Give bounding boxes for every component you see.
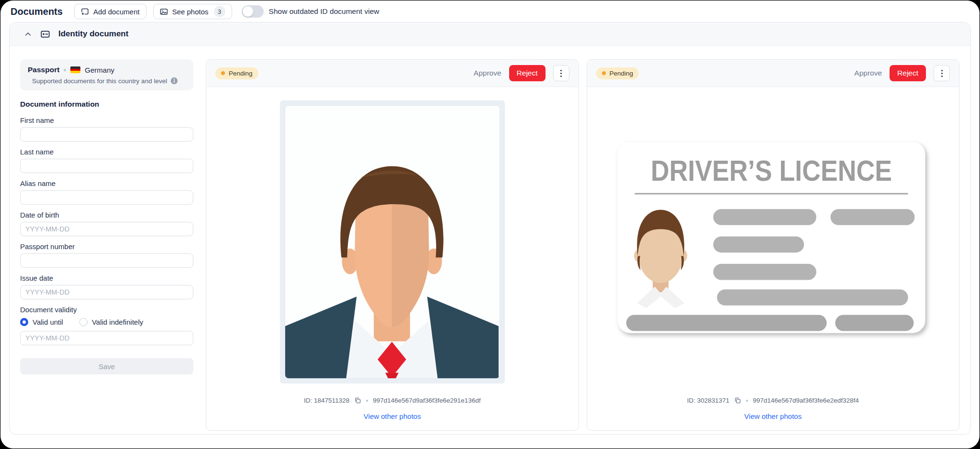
toggle-knob <box>243 6 253 17</box>
status-badge: Pending <box>596 67 639 79</box>
passport-document-card: Pending Approve Reject <box>206 59 579 431</box>
valid-until-label: Valid until <box>33 318 63 326</box>
page-title: Documents <box>11 6 63 17</box>
view-other-photos-link[interactable]: View other photos <box>744 412 802 420</box>
more-options-button[interactable] <box>553 65 569 81</box>
copy-icon <box>354 397 361 404</box>
topbar: Documents Add document See photos 3 <box>1 1 979 22</box>
alias-name-input[interactable] <box>20 190 193 205</box>
issue-date-field: Issue date <box>20 274 193 299</box>
document-hash: 997d146e567d9af36f3fe6e291e136df <box>373 397 480 404</box>
approve-button[interactable]: Approve <box>854 69 882 77</box>
valid-until-date-field <box>20 331 193 345</box>
copy-icon <box>734 397 741 404</box>
licence-illustration[interactable]: DRIVER’S LICENCE <box>612 138 934 346</box>
country-label: Germany <box>85 66 114 74</box>
add-document-label: Add document <box>93 8 140 16</box>
more-options-button[interactable] <box>934 65 950 81</box>
licence-card-header: Pending Approve Reject <box>587 60 959 87</box>
copy-id-button[interactable] <box>354 397 361 404</box>
hash-separator-dot <box>366 400 368 402</box>
info-icon[interactable] <box>170 77 178 85</box>
collapse-section-button[interactable] <box>24 30 32 38</box>
reject-button[interactable]: Reject <box>509 65 546 81</box>
identity-document-section: Identity document Passport Germany Suppo… <box>9 22 971 435</box>
radio-unselected-icon <box>79 318 88 326</box>
last-name-field: Last name <box>20 148 193 173</box>
valid-until-radio[interactable]: Valid until <box>20 318 63 326</box>
licence-photo-area: DRIVER’S LICENCE <box>587 87 959 397</box>
issue-date-input[interactable] <box>20 285 193 299</box>
validity-radio-group: Valid until Valid indefinitely <box>20 318 193 326</box>
doc-type-label: Passport <box>28 66 59 74</box>
valid-indefinitely-label: Valid indefinitely <box>92 318 143 326</box>
valid-until-date-input[interactable] <box>20 331 193 345</box>
licence-title-text: DRIVER’S LICENCE <box>651 154 892 187</box>
view-other-photos-link[interactable]: View other photos <box>364 412 421 420</box>
status-label: Pending <box>610 70 634 77</box>
document-id-text: ID: 1847511328 <box>304 397 349 404</box>
page: Documents Add document See photos 3 <box>0 0 980 449</box>
save-button[interactable]: Save <box>20 358 193 374</box>
photos-count-badge: 3 <box>214 6 225 17</box>
licence-document-card: Pending Approve Reject <box>587 59 960 431</box>
radio-selected-icon <box>20 318 28 326</box>
passport-number-field: Passport number <box>20 242 193 268</box>
see-photos-label: See photos <box>172 8 209 16</box>
doc-type-box: Passport Germany Supported documents for… <box>20 59 193 90</box>
passport-number-input[interactable] <box>20 253 193 268</box>
document-cards: Pending Approve Reject <box>206 59 959 431</box>
issue-date-label: Issue date <box>20 274 193 282</box>
reject-button[interactable]: Reject <box>890 65 926 81</box>
first-name-input[interactable] <box>20 127 193 142</box>
kebab-icon <box>560 70 562 71</box>
hash-separator-dot <box>746 400 748 402</box>
status-dot <box>602 71 606 75</box>
copy-id-button[interactable] <box>734 397 741 404</box>
valid-indefinitely-radio[interactable]: Valid indefinitely <box>79 318 143 326</box>
date-of-birth-label: Date of birth <box>20 211 193 219</box>
first-name-field: First name <box>20 116 193 142</box>
last-name-label: Last name <box>20 148 193 156</box>
kebab-icon <box>941 70 943 71</box>
identity-section-body: Passport Germany Supported documents for… <box>10 46 970 431</box>
passport-number-label: Passport number <box>20 242 193 251</box>
section-title: Identity document <box>58 29 128 39</box>
outdated-toggle-group: Show outdated ID document view <box>242 5 379 18</box>
passport-photo[interactable] <box>280 100 505 383</box>
see-photos-button[interactable]: See photos 3 <box>153 4 232 19</box>
last-name-input[interactable] <box>20 159 193 173</box>
status-badge: Pending <box>215 67 258 79</box>
status-dot <box>221 71 225 75</box>
approve-button[interactable]: Approve <box>474 69 501 77</box>
licence-card-footer: ID: 302831371 997d146e567d9af36f3fe6e2ed… <box>587 397 959 430</box>
status-label: Pending <box>229 70 253 77</box>
add-document-icon <box>81 8 89 16</box>
dot-separator <box>64 69 66 71</box>
passport-card-header: Pending Approve Reject <box>206 60 579 87</box>
germany-flag-icon <box>70 66 80 73</box>
alias-name-label: Alias name <box>20 179 193 187</box>
alias-name-field: Alias name <box>20 179 193 205</box>
outdated-toggle-label: Show outdated ID document view <box>269 7 379 16</box>
form-title: Document information <box>20 100 193 109</box>
add-document-button[interactable]: Add document <box>74 4 146 19</box>
passport-card-footer: ID: 1847511328 997d146e567d9af36f3fe6e29… <box>206 397 579 430</box>
date-of-birth-input[interactable] <box>20 222 193 236</box>
passport-avatar-illustration <box>285 105 500 379</box>
supported-docs-text: Supported documents for this country and… <box>32 77 167 85</box>
document-validity-label: Document validity <box>20 306 193 314</box>
passport-photo-area <box>206 87 579 397</box>
document-form-panel: Passport Germany Supported documents for… <box>20 59 193 431</box>
document-hash: 997d146e567d9af36f3fe6e2edf328f4 <box>753 397 858 404</box>
photos-icon <box>160 8 168 16</box>
first-name-label: First name <box>20 116 193 124</box>
chevron-up-icon <box>24 30 32 38</box>
date-of-birth-field: Date of birth <box>20 211 193 236</box>
outdated-view-toggle[interactable] <box>242 5 264 18</box>
id-card-icon <box>40 29 50 39</box>
identity-section-header: Identity document <box>10 22 970 46</box>
document-id-text: ID: 302831371 <box>687 397 730 404</box>
